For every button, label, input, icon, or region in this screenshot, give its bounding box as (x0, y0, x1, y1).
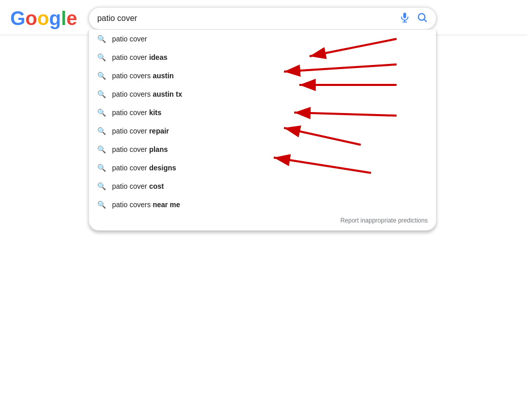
search-small-icon-4: 🔍 (97, 108, 106, 117)
search-small-icon-1: 🔍 (97, 53, 106, 61)
autocomplete-footer[interactable]: Report inappropriate predictions (89, 214, 436, 226)
search-small-icon-3: 🔍 (97, 90, 106, 98)
search-small-icon-5: 🔍 (97, 127, 106, 135)
search-bar-container: 🔍 patio cover 🔍 patio cover ideas 🔍 pati… (89, 7, 436, 30)
logo-o1: o (26, 8, 37, 30)
autocomplete-item-0[interactable]: 🔍 patio cover (89, 30, 436, 48)
autocomplete-item-2[interactable]: 🔍 patio covers austin (89, 67, 436, 85)
search-small-icon-6: 🔍 (97, 145, 106, 153)
search-icons (399, 12, 428, 25)
logo-l: l (61, 8, 67, 30)
search-icon[interactable] (416, 12, 428, 25)
autocomplete-item-1[interactable]: 🔍 patio cover ideas (89, 48, 436, 67)
logo-g: G (10, 8, 26, 30)
autocomplete-item-3[interactable]: 🔍 patio covers austin tx (89, 85, 436, 103)
google-logo: G o o g l e (10, 8, 77, 30)
mic-icon[interactable] (399, 12, 410, 25)
search-small-icon-2: 🔍 (97, 72, 106, 80)
header: G o o g l e (0, 0, 527, 35)
autocomplete-item-6[interactable]: 🔍 patio cover plans (89, 140, 436, 159)
autocomplete-item-9[interactable]: 🔍 patio covers near me (89, 195, 436, 214)
logo-o2: o (37, 8, 49, 30)
autocomplete-item-5[interactable]: 🔍 patio cover repair (89, 122, 436, 140)
search-small-icon-9: 🔍 (97, 201, 106, 209)
search-small-icon-8: 🔍 (97, 182, 106, 190)
search-small-icon-7: 🔍 (97, 164, 106, 172)
autocomplete-dropdown: 🔍 patio cover 🔍 patio cover ideas 🔍 pati… (89, 30, 436, 231)
logo-g2: g (49, 8, 61, 30)
logo-e: e (67, 8, 77, 30)
svg-rect-0 (403, 13, 406, 18)
svg-line-4 (424, 19, 426, 21)
search-input-wrapper[interactable] (89, 7, 436, 30)
search-small-icon: 🔍 (97, 35, 106, 43)
autocomplete-item-8[interactable]: 🔍 patio cover cost (89, 177, 436, 195)
autocomplete-item-7[interactable]: 🔍 patio cover designs (89, 159, 436, 177)
autocomplete-item-4[interactable]: 🔍 patio cover kits (89, 103, 436, 122)
search-input[interactable] (97, 14, 394, 23)
